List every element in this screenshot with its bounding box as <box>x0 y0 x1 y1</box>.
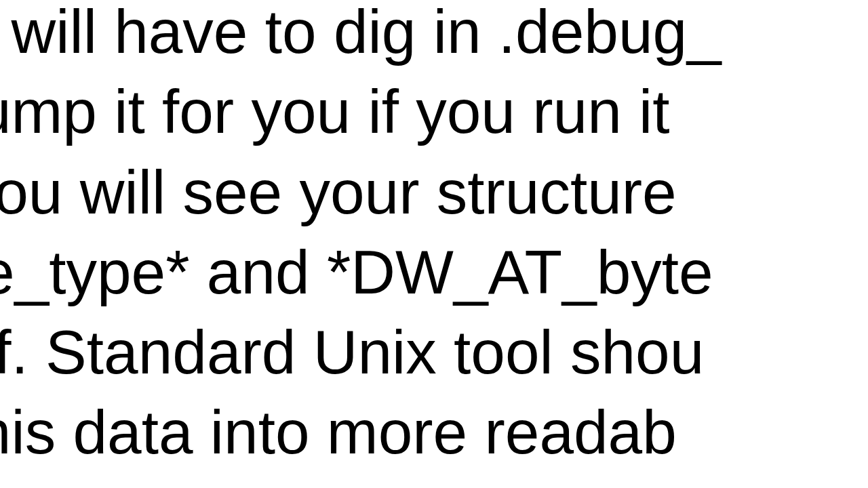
text-line: dump it for you if you run it <box>0 77 670 146</box>
text-line: eof. Standard Unix tool shou <box>0 318 704 386</box>
text-line: ure_type* and *DW_AT_byte <box>0 238 713 306</box>
text-line: t this data into more readab <box>0 398 677 466</box>
body-text-fragment: ou will have to dig in .debug_ dump it f… <box>0 0 722 473</box>
text-line: . You will see your structure <box>0 158 677 226</box>
text-line: ou will have to dig in .debug_ <box>0 0 722 66</box>
